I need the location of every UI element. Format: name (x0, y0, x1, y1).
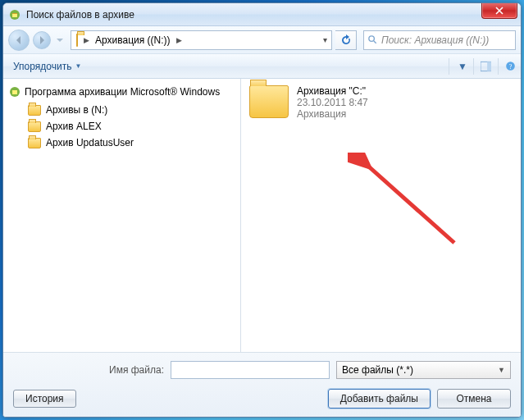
view-options-button[interactable]: ▼ (449, 58, 467, 75)
list-pane[interactable]: Архивация "C:" 23.10.2011 8:47 Архивация (241, 79, 521, 352)
tree-pane[interactable]: Программа архивации Microsoft® Windows А… (3, 79, 241, 352)
search-icon (367, 34, 378, 45)
cancel-button[interactable]: Отмена (437, 389, 511, 409)
filename-label: Имя файла: (13, 364, 164, 376)
bottom-panel: Имя файла: Все файлы (*.*) ▼ История Доб… (3, 352, 521, 417)
backup-program-icon (8, 85, 21, 98)
annotation-arrow (348, 153, 462, 251)
address-bar[interactable]: ▶ Архивация ((N:)) ▶ ▾ (71, 30, 332, 50)
chevron-down-icon: ▼ (458, 61, 467, 72)
organize-button[interactable]: Упорядочить ▼ (8, 58, 86, 75)
list-item[interactable]: Архивация "C:" 23.10.2011 8:47 Архивация (249, 85, 513, 120)
window-title: Поиск файлов в архиве (26, 9, 134, 21)
nav-history-dropdown[interactable] (54, 37, 66, 43)
add-files-label: Добавить файлы (340, 393, 418, 404)
content-area: Программа архивации Microsoft® Windows А… (3, 79, 521, 352)
history-button[interactable]: История (13, 390, 76, 408)
tree-item[interactable]: Архив UpdatusUser (7, 135, 237, 151)
history-label: История (25, 393, 64, 404)
tree-root[interactable]: Программа архивации Microsoft® Windows (7, 84, 237, 102)
nav-back-button[interactable] (8, 30, 30, 51)
address-dropdown-icon[interactable]: ▾ (321, 35, 330, 44)
item-name: Архивация "C:" (297, 85, 368, 97)
folder-icon (28, 138, 41, 148)
organize-label: Упорядочить (13, 61, 71, 72)
titlebar[interactable]: Поиск файлов в архиве (3, 3, 521, 26)
filename-input[interactable] (171, 361, 330, 379)
chevron-down-icon: ▼ (75, 62, 81, 70)
filetype-combo[interactable]: Все файлы (*.*) ▼ (336, 361, 511, 379)
filetype-label: Все файлы (*.*) (342, 364, 413, 376)
folder-icon (28, 105, 41, 116)
close-button[interactable] (481, 2, 517, 19)
cancel-label: Отмена (456, 393, 491, 404)
refresh-button[interactable] (335, 30, 357, 50)
breadcrumb-arrow-icon[interactable]: ▶ (81, 36, 92, 44)
breadcrumb-segment[interactable]: Архивация ((N:)) (92, 31, 174, 49)
preview-pane-button[interactable] (473, 58, 491, 75)
tree-item-label: Архив UpdatusUser (46, 137, 134, 148)
tree-item[interactable]: Архивы в (N:) (7, 102, 237, 118)
add-files-button[interactable]: Добавить файлы (328, 389, 431, 409)
toolbar: Упорядочить ▼ ▼ ? (3, 54, 521, 79)
breadcrumb-arrow-icon[interactable]: ▶ (174, 36, 185, 44)
nav-forward-button[interactable] (33, 31, 51, 49)
folder-icon (28, 121, 41, 132)
folder-icon (249, 85, 289, 118)
svg-rect-11 (12, 90, 17, 94)
tree-root-label: Программа архивации Microsoft® Windows (25, 86, 220, 98)
svg-point-1 (369, 36, 375, 42)
chevron-down-icon: ▼ (498, 366, 505, 374)
tree-item-label: Архивы в (N:) (46, 104, 107, 116)
tree-item-label: Архив ALEX (46, 121, 102, 132)
item-date: 23.10.2011 8:47 (297, 97, 368, 108)
svg-rect-7 (487, 62, 491, 71)
breadcrumb-label: Архивация ((N:)) (95, 34, 171, 46)
folder-icon (76, 34, 78, 46)
file-dialog-window: Поиск файлов в архиве ▶ Архивация ((N:))… (2, 2, 522, 418)
help-button[interactable]: ? (498, 58, 516, 75)
item-type: Архивация (297, 108, 368, 120)
search-input[interactable]: Поиск: Архивация ((N:)) (363, 30, 516, 50)
svg-text:?: ? (509, 63, 513, 71)
search-placeholder: Поиск: Архивация ((N:)) (381, 34, 489, 46)
tree-item[interactable]: Архив ALEX (7, 118, 237, 135)
nav-row: ▶ Архивация ((N:)) ▶ ▾ Поиск: Архивация … (3, 26, 521, 54)
app-icon (8, 8, 21, 21)
